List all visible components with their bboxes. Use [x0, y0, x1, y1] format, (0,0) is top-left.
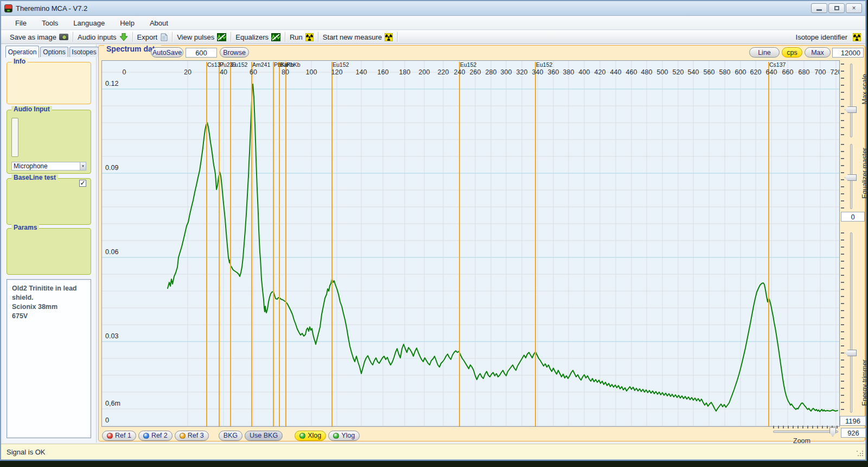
svg-text:300: 300 [501, 68, 512, 76]
svg-text:0.03: 0.03 [105, 332, 118, 340]
arrow-down-icon [119, 33, 128, 41]
svg-text:680: 680 [799, 68, 810, 76]
close-button[interactable]: × [846, 3, 862, 13]
toolbar-view-pulses[interactable]: View pulses [173, 31, 231, 43]
audio-input-group: Audio Input Microphone ▼ [7, 110, 91, 174]
svg-text:0: 0 [123, 68, 126, 76]
svg-text:Eu152: Eu152 [536, 61, 553, 68]
chevron-down-icon[interactable]: ▼ [80, 162, 86, 170]
microphone-value: Microphone [12, 162, 80, 170]
tab-operation[interactable]: Operation [5, 46, 39, 58]
svg-text:560: 560 [704, 68, 715, 76]
zoom-slider-track[interactable] [773, 431, 838, 433]
title-bar[interactable]: Theremino MCA - V7.2 × [1, 1, 865, 16]
max-scale-slider-thumb[interactable] [845, 106, 857, 113]
svg-text:60: 60 [250, 68, 257, 76]
zoom-slider-thumb[interactable] [829, 427, 836, 437]
bkg-button[interactable]: BKG [219, 431, 242, 441]
resize-grip[interactable] [857, 451, 863, 457]
radiation-icon [385, 33, 393, 41]
menu-tools[interactable]: Tools [35, 17, 65, 29]
energy-trimmer-label: Energy trimmer [861, 359, 868, 406]
max-scale-label: Max scale [861, 74, 868, 104]
line-button[interactable]: Line [749, 47, 780, 58]
zoom-slider-ticks [773, 426, 838, 428]
baseline-test-checkbox[interactable]: ✓ [79, 180, 86, 187]
zoom-slider[interactable] [773, 426, 838, 438]
toolbar-label: Save as image [10, 33, 56, 41]
svg-text:460: 460 [626, 68, 637, 76]
toolbar-save-as-image[interactable]: Save as image [5, 31, 73, 43]
toolbar-start-new-measure[interactable]: Start new measure [318, 31, 397, 43]
max-button[interactable]: Max [805, 47, 831, 58]
button-label: Ref 1 [115, 432, 131, 439]
toolbar-export[interactable]: Export [133, 31, 173, 43]
energy-trimmer-track[interactable] [850, 232, 852, 413]
svg-text:180: 180 [399, 68, 411, 76]
maximize-button[interactable] [828, 3, 845, 13]
isotope-identifier-label: Isotope identifier [796, 33, 847, 41]
xlog-button[interactable]: Xlog [295, 431, 326, 441]
svg-text:200: 200 [419, 68, 430, 76]
isotope-identifier-button[interactable]: Isotope identifier [796, 30, 861, 44]
cps-button[interactable]: cps [782, 47, 802, 58]
svg-text:260: 260 [470, 68, 481, 76]
energy-trimmer-thumb[interactable] [845, 350, 857, 356]
toolbar-equalizers[interactable]: Equalizers [231, 31, 285, 43]
spectrum-chart: 0204060801001201401601802002202402602803… [102, 61, 840, 427]
menu-file[interactable]: File [9, 17, 33, 29]
svg-text:420: 420 [595, 68, 606, 76]
use-bkg-button[interactable]: Use BKG [245, 431, 283, 441]
svg-text:220: 220 [438, 68, 449, 76]
toolbar-separator [397, 32, 398, 42]
svg-text:240: 240 [454, 68, 465, 76]
menu-help[interactable]: Help [113, 17, 141, 29]
equalizer-value[interactable]: 0 [841, 212, 865, 222]
autosave-button[interactable]: AutoSave [151, 47, 183, 58]
menu-language[interactable]: Language [67, 17, 111, 29]
max-scale-slider[interactable] [840, 64, 861, 137]
tab-options[interactable]: Options [40, 47, 68, 57]
svg-text:400: 400 [579, 68, 590, 76]
svg-text:660: 660 [782, 68, 794, 76]
wave-icon [271, 33, 280, 41]
svg-text:0.06: 0.06 [105, 248, 118, 256]
energy-trimmer-value[interactable]: 1196 [840, 416, 866, 426]
menu-about[interactable]: About [143, 17, 175, 29]
svg-text:360: 360 [548, 68, 559, 76]
microphone-select[interactable]: Microphone ▼ [11, 162, 86, 171]
ylog-button[interactable]: Ylog [328, 431, 360, 441]
spectrum-plot[interactable]: 0204060801001201401601802002202402602803… [101, 60, 840, 427]
svg-text:40: 40 [220, 68, 227, 76]
ref-3-button[interactable]: Ref 3 [175, 431, 209, 441]
file-number-input[interactable]: 600 [186, 48, 217, 58]
svg-text:160: 160 [378, 68, 389, 76]
max-scale-input[interactable]: 12000 [832, 48, 864, 58]
minimize-button[interactable] [811, 3, 827, 13]
export-icon [160, 33, 168, 41]
tab-isotopes[interactable]: Isotopes [69, 47, 99, 57]
baseline-test-title: BaseLine test [11, 174, 58, 181]
status-dot-icon [107, 433, 113, 439]
browse-button[interactable]: Browse [220, 47, 249, 58]
svg-text:640: 640 [766, 68, 777, 76]
svg-text:Eu152: Eu152 [231, 61, 248, 68]
equalizer-master-slider[interactable] [840, 144, 861, 209]
ref-2-button[interactable]: Ref 2 [138, 431, 173, 441]
energy-trimmer-slider[interactable] [840, 232, 861, 413]
svg-text:Eu152: Eu152 [333, 61, 349, 68]
equalizer-slider-thumb[interactable] [845, 174, 857, 181]
svg-text:0.09: 0.09 [105, 164, 118, 172]
toolbar-label: Equalizers [235, 33, 269, 41]
max-scale-slider-track[interactable] [850, 64, 852, 137]
notes-textarea[interactable]: Old2 Trinitite in lead shield. Scionix 3… [7, 279, 91, 438]
window-title: Theremino MCA - V7.2 [16, 4, 87, 12]
radiation-icon [305, 33, 314, 41]
toolbar: Isotope identifier Save as imageAudio in… [1, 30, 865, 44]
toolbar-audio-inputs[interactable]: Audio inputs [73, 31, 132, 43]
toolbar-run[interactable]: Run [285, 31, 318, 43]
zoom-value[interactable]: 926 [841, 428, 866, 438]
ref-1-button[interactable]: Ref 1 [102, 431, 136, 441]
button-label: Ylog [341, 432, 355, 439]
svg-text:Am241: Am241 [252, 61, 270, 68]
